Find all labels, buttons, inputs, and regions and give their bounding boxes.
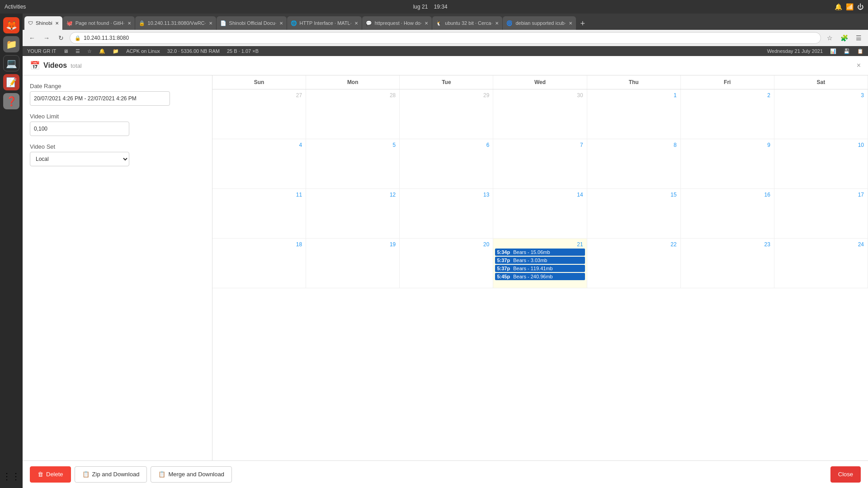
tab-close-debian[interactable]: ✕ [569, 21, 572, 26]
cell-number-21: 21 [495, 240, 585, 249]
calendar-cell-16[interactable]: 16 [681, 189, 774, 239]
calendar-event-537p-1[interactable]: 5:37p Bears - 3.03mb [495, 257, 585, 264]
cell-number-22: 22 [589, 240, 679, 249]
calendar-cell-3[interactable]: 3 [774, 89, 868, 139]
tab-label-httprequest: httprequest · How do· [375, 20, 422, 26]
calendar-event-534p[interactable]: 5:34p Bears - 15.06mb [495, 249, 585, 256]
date-range-label: Date Range [30, 83, 205, 89]
calendar-day-headers: Sun Mon Tue Wed Thu Fri Sat [212, 75, 868, 89]
tab-http[interactable]: 🌐 HTTP Interface · MATL· ✕ [287, 16, 362, 30]
calendar-cell-8[interactable]: 8 [587, 139, 681, 189]
power-icon[interactable]: ⏻ [857, 3, 863, 10]
reload-button[interactable]: ↻ [55, 32, 67, 44]
tab-label-ubuntu: ubuntu 32 bit · Cerca· [445, 20, 492, 26]
merge-download-button[interactable]: 📋 Merge and Download [151, 466, 232, 483]
tab-ubuntu[interactable]: 🐧 ubuntu 32 bit · Cerca· ✕ [432, 16, 502, 30]
calendar-cell-12[interactable]: 12 [306, 189, 400, 239]
calendar-cell-28[interactable]: 28 [306, 89, 400, 139]
cell-number-24: 24 [776, 240, 866, 249]
calendar-event-545p[interactable]: 5:45p Bears - 240.96mb [495, 273, 585, 280]
tab-vwrc[interactable]: 🔒 10.240.11.31:8080/VwRC· ✕ [135, 16, 216, 30]
calendar-cell-30[interactable]: 30 [493, 89, 587, 139]
panel-close-button[interactable]: × [857, 61, 861, 70]
your-gr-it: YOUR GR IT [27, 48, 56, 54]
calendar-cell-29[interactable]: 29 [400, 89, 493, 139]
calendar-cell-5[interactable]: 5 [306, 139, 400, 189]
calendar-cell-27[interactable]: 27 [212, 89, 306, 139]
forward-button[interactable]: → [41, 32, 52, 44]
event-time-534p: 5:34p [497, 249, 510, 255]
video-set-select[interactable]: Local Remote [30, 152, 129, 166]
calendar-cell-2[interactable]: 2 [681, 89, 774, 139]
close-button[interactable]: Close [830, 466, 861, 483]
calendar-cell-15[interactable]: 15 [587, 189, 681, 239]
delete-icon: 🗑 [38, 471, 43, 478]
cell-number-23: 23 [683, 240, 772, 249]
system-bar: Activities lug 21 19:34 🔔 📶 ⏻ [0, 0, 868, 14]
delete-button[interactable]: 🗑 Delete [30, 466, 71, 483]
day-header-sun: Sun [212, 75, 306, 89]
menu-button[interactable]: ☰ [853, 32, 864, 44]
cell-number-27: 27 [214, 91, 304, 99]
calendar-cell-14[interactable]: 14 [493, 189, 587, 239]
calendar-cell-9[interactable]: 9 [681, 139, 774, 189]
dock-icon-editor[interactable]: 📝 [3, 74, 19, 90]
video-limit-group: Video Limit [30, 113, 205, 136]
panel-footer: 🗑 Delete 📋 Zip and Download 📋 Merge and … [23, 460, 868, 488]
event-label-537p-1: Bears - 3.03mb [513, 258, 547, 263]
extensions-button[interactable]: 🧩 [838, 32, 850, 44]
calendar-cell-4[interactable]: 4 [212, 139, 306, 189]
calendar-cell-18[interactable]: 18 [212, 239, 306, 288]
zip-download-button[interactable]: 📋 Zip and Download [75, 466, 147, 483]
back-button[interactable]: ← [26, 32, 38, 44]
notification-icon[interactable]: 🔔 [835, 3, 842, 10]
tab-close-shinobi[interactable]: ✕ [55, 21, 59, 26]
tab-close-ubuntu[interactable]: ✕ [495, 21, 499, 26]
calendar-cell-13[interactable]: 13 [400, 189, 493, 239]
calendar-cell-7[interactable]: 7 [493, 139, 587, 189]
dock-icon-firefox[interactable]: 🦊 [3, 17, 19, 33]
video-limit-input[interactable] [30, 122, 129, 136]
cell-number-7: 7 [495, 141, 585, 149]
calendar-event-537p-2[interactable]: 5:37p Bears - 119.41mb [495, 265, 585, 272]
date-range-group: Date Range [30, 83, 205, 106]
calendar-cell-24[interactable]: 24 [774, 239, 868, 288]
calendar-cell-23[interactable]: 23 [681, 239, 774, 288]
calendar-cell-10[interactable]: 10 [774, 139, 868, 189]
tab-close-vwrc[interactable]: ✕ [209, 21, 212, 26]
calendar-cell-19[interactable]: 19 [306, 239, 400, 288]
calendar-cell-11[interactable]: 11 [212, 189, 306, 239]
activities-label[interactable]: Activities [5, 4, 26, 10]
tab-close-http[interactable]: ✕ [354, 21, 358, 26]
dock-icon-terminal[interactable]: 💻 [3, 55, 19, 71]
tab-shinobidoc[interactable]: 📄 Shinobi Official Docu· ✕ [217, 16, 287, 30]
tab-github[interactable]: 🐙 Page not found · GitH· ✕ [63, 16, 135, 30]
tab-httprequest[interactable]: 💬 httprequest · How do· ✕ [362, 16, 432, 30]
calendar-cell-17[interactable]: 17 [774, 189, 868, 239]
tab-close-httprequest[interactable]: ✕ [425, 21, 428, 26]
day-header-sat: Sat [774, 75, 868, 89]
date-range-input[interactable] [30, 91, 170, 106]
calendar-cell-1[interactable]: 1 [587, 89, 681, 139]
tab-debian[interactable]: 🌀 debian supported icub· ✕ [503, 16, 576, 30]
tab-close-shinobidoc[interactable]: ✕ [279, 21, 283, 26]
dock-icon-help[interactable]: ❓ [3, 93, 19, 109]
calendar-cell-6[interactable]: 6 [400, 139, 493, 189]
cell-number-8: 8 [589, 141, 679, 149]
tab-shinobi[interactable]: 🛡 Shinobi ✕ Shinobi - Firefox Web Browse… [24, 16, 62, 30]
panel-body: Date Range Video Limit Video Set Local R… [23, 75, 868, 460]
new-tab-button[interactable]: + [576, 17, 589, 30]
calendar-grid: 27 28 29 30 1 2 3 4 5 6 7 8 9 10 11 [212, 89, 868, 288]
tab-close-github[interactable]: ✕ [127, 21, 131, 26]
video-set-group: Video Set Local Remote [30, 143, 205, 166]
address-bar[interactable]: 🔒 10.240.11.31:8080 [70, 32, 821, 44]
panel-header: 📅 Videos total × [23, 56, 868, 75]
bookmark-button[interactable]: ☆ [824, 32, 835, 44]
calendar-cell-22[interactable]: 22 [587, 239, 681, 288]
network-icon[interactable]: 📶 [846, 3, 854, 10]
event-time-537p-2: 5:37p [497, 266, 510, 271]
calendar-cell-21[interactable]: 21 5:34p Bears - 15.06mb 5:37p Bears - 3… [493, 239, 587, 288]
taskbar-grid-icon[interactable]: ⋮⋮ [3, 468, 19, 484]
dock-icon-files[interactable]: 📁 [3, 36, 19, 52]
calendar-cell-20[interactable]: 20 [400, 239, 493, 288]
